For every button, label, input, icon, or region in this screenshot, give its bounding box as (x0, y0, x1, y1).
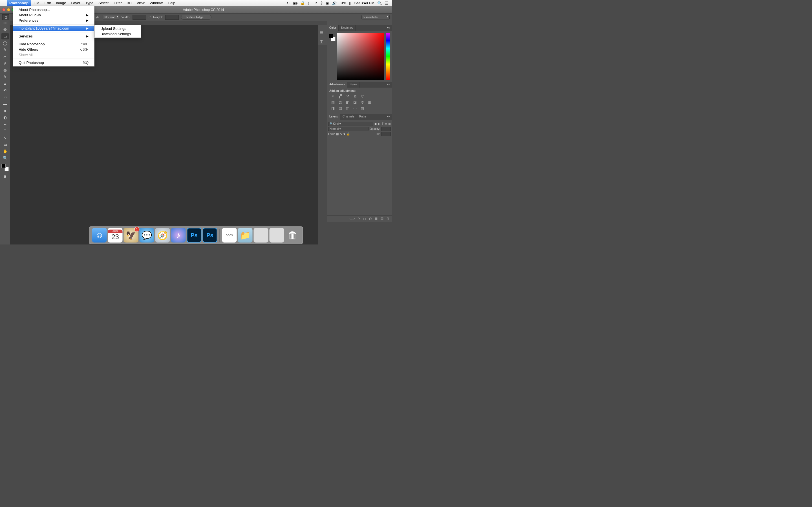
menu-image[interactable]: Image (53, 0, 68, 6)
blend-mode-select[interactable]: Normal ▾ (328, 127, 368, 131)
exposure-icon[interactable]: ⧉ (352, 94, 357, 99)
dock-itunes[interactable]: ♪ (171, 228, 186, 242)
menu-preferences[interactable]: Preferences▶ (13, 18, 94, 23)
dock-safari[interactable]: 🧭 (155, 228, 170, 242)
lock-position-icon[interactable]: ✥ (343, 132, 345, 135)
menu-help[interactable]: Help (165, 0, 178, 6)
fill-input[interactable] (381, 132, 391, 136)
width-input[interactable] (133, 15, 146, 20)
wifi-icon[interactable]: ◉ (326, 1, 329, 5)
photo-filter-icon[interactable]: ◪ (352, 100, 357, 105)
history-brush-tool[interactable]: ↶ (1, 87, 9, 94)
styles-tab[interactable]: Styles (347, 82, 360, 88)
swap-icon[interactable]: ⇄ (148, 15, 151, 19)
adjustment-layer-icon[interactable]: ◐ (369, 217, 371, 221)
fx-icon[interactable]: fx (358, 217, 360, 221)
height-input[interactable] (165, 15, 179, 20)
filter-smart-icon[interactable]: ◫ (388, 122, 391, 125)
adjustments-tab[interactable]: Adjustments (327, 82, 347, 88)
color-swatches[interactable] (1, 164, 9, 171)
refine-edge-button[interactable]: Refine Edge... (181, 15, 211, 20)
posterize-icon[interactable]: ▤ (338, 106, 343, 110)
dodge-tool[interactable]: ◐ (1, 114, 9, 121)
brightness-icon[interactable]: ☀ (331, 94, 336, 99)
airplay-icon[interactable]: ▢ (308, 1, 312, 5)
workspace-select[interactable]: Essentials▾ (361, 15, 390, 19)
dock-photoshop-1[interactable]: Ps (187, 228, 202, 242)
panel-menu-icon[interactable]: ▾≡ (386, 82, 392, 88)
menu-file[interactable]: File (31, 0, 42, 6)
threshold-icon[interactable]: ◫ (345, 106, 350, 110)
filter-shape-icon[interactable]: ▭ (385, 122, 387, 125)
eraser-tool[interactable]: ▱ (1, 94, 9, 100)
creative-cloud-icon[interactable]: ◉9 (293, 1, 298, 5)
submenu-upload-settings[interactable]: Upload Settings (95, 26, 141, 31)
minimize-window-button[interactable] (7, 8, 10, 11)
dock-messages[interactable]: 💬 (140, 228, 154, 242)
filter-kind-select[interactable]: 🔍Kind ▾ (328, 122, 373, 126)
stamp-tool[interactable]: ▲ (1, 80, 9, 87)
properties-panel-icon[interactable]: ◫ (320, 39, 325, 44)
menu-services[interactable]: Services▶ (13, 34, 94, 39)
balance-icon[interactable]: ⚖ (338, 100, 343, 105)
lock-trans-icon[interactable]: ▦ (336, 132, 339, 135)
color-tab[interactable]: Color (327, 25, 339, 31)
dock-trash[interactable]: 🗑 (285, 228, 300, 242)
history-panel-icon[interactable]: ▤ (320, 30, 325, 35)
filter-adjust-icon[interactable]: ◐ (378, 122, 380, 125)
tool-preset-icon[interactable]: ◻ (2, 14, 9, 20)
bw-icon[interactable]: ◧ (345, 100, 350, 105)
menu-edit[interactable]: Edit (42, 0, 53, 6)
volume-icon[interactable]: 🔊 (332, 1, 337, 5)
mask-icon[interactable]: ◻ (363, 217, 366, 221)
levels-icon[interactable]: ▞ (338, 94, 343, 99)
hand-tool[interactable]: ✋ (1, 148, 9, 154)
eyedropper-tool[interactable]: ✐ (1, 60, 9, 66)
lut-icon[interactable]: ▦ (367, 100, 372, 105)
group-icon[interactable]: ▣ (374, 217, 377, 221)
clock[interactable]: Sat 3:40 PM (354, 1, 374, 5)
panel-menu-icon[interactable]: ▾≡ (386, 25, 392, 31)
color-field[interactable] (337, 33, 384, 80)
timemachine-icon[interactable]: ↺ (314, 1, 318, 5)
crop-tool[interactable]: ✂ (1, 54, 9, 60)
hue-icon[interactable]: ▥ (331, 100, 336, 105)
selective-color-icon[interactable]: ▧ (360, 106, 365, 110)
menu-photoshop[interactable]: Photoshop (7, 0, 31, 6)
menu-type[interactable]: Type (83, 0, 96, 6)
menu-quit-photoshop[interactable]: Quit Photoshop⌘Q (13, 60, 94, 65)
battery-icon[interactable]: ▯ (349, 1, 351, 5)
curves-icon[interactable]: ⧩ (345, 94, 350, 99)
dock-finder[interactable]: ☺ (92, 228, 107, 242)
gradient-map-icon[interactable]: ▭ (352, 106, 357, 110)
dock-calendar[interactable]: AUG 23 (108, 228, 123, 242)
foreground-color-swatch[interactable] (1, 164, 6, 168)
new-layer-icon[interactable]: ▤ (380, 217, 384, 221)
menu-hide-others[interactable]: Hide Others⌥⌘H (13, 47, 94, 52)
opacity-input[interactable] (381, 127, 391, 131)
notification-center-icon[interactable]: ☰ (385, 1, 389, 5)
quickmask-tool[interactable]: ◙ (1, 173, 9, 179)
dock-document[interactable]: DOCX (222, 228, 237, 242)
channels-tab[interactable]: Channels (340, 114, 357, 120)
menu-select[interactable]: Select (96, 0, 111, 6)
close-window-button[interactable] (2, 8, 5, 11)
link-layers-icon[interactable]: ⊂⊃ (349, 217, 355, 221)
swatches-tab[interactable]: Swatches (339, 25, 356, 31)
menu-window[interactable]: Window (147, 0, 165, 6)
marquee-tool[interactable]: ▭ (1, 33, 9, 40)
type-tool[interactable]: T (1, 128, 9, 134)
brush-tool[interactable]: ✎ (1, 74, 9, 80)
dock-thumbnail-2[interactable] (269, 228, 284, 242)
layers-tab[interactable]: Layers (327, 114, 340, 120)
color-swatch-pair[interactable] (329, 33, 335, 80)
hue-slider[interactable] (386, 33, 390, 80)
menu-about-photoshop[interactable]: About Photoshop... (13, 7, 94, 12)
fg-swatch[interactable] (329, 34, 333, 38)
invert-icon[interactable]: ◨ (331, 106, 336, 110)
pen-tool[interactable]: ✒ (1, 121, 9, 127)
delete-layer-icon[interactable]: 🗑 (386, 217, 390, 221)
menu-filter[interactable]: Filter (111, 0, 124, 6)
lock-pixels-icon[interactable]: ✎ (340, 132, 342, 135)
vibrance-icon[interactable]: ▽ (360, 94, 365, 99)
